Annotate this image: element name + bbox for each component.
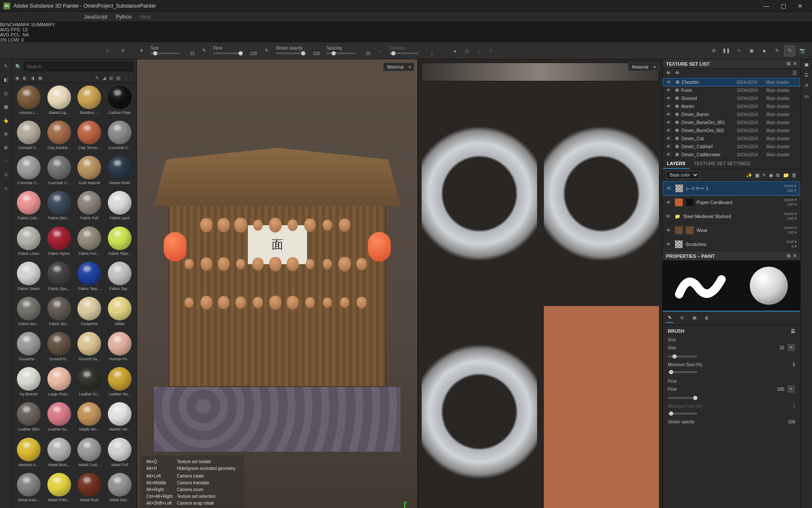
viewport-2d-channel-dropdown[interactable]: Material <box>628 63 659 71</box>
pressure-size-icon[interactable]: ✎ <box>199 46 209 56</box>
props-close-icon[interactable]: ✕ <box>793 253 797 259</box>
material-thumb[interactable]: Metal Coat... <box>75 438 104 471</box>
material-thumb[interactable]: Fabric Seam <box>14 262 43 295</box>
add-fill-icon[interactable]: ◉ <box>769 172 773 178</box>
texture-set-icon[interactable]: ▣ <box>804 62 809 67</box>
texture-set-row[interactable]: 👁Omen_Cat1024x1024Main shader <box>663 135 800 143</box>
material-thumb[interactable]: Fabric Linen <box>14 226 43 260</box>
history-icon[interactable]: ↺ <box>804 83 808 88</box>
material-thumb[interactable]: Cerused C... <box>14 121 43 154</box>
material-thumb[interactable]: Fabric Den... <box>45 191 74 224</box>
material-thumb[interactable]: Concrete A... <box>105 121 134 154</box>
material-thumb[interactable]: Leather Su... <box>45 402 74 436</box>
material-thumb[interactable]: Baked Lig... <box>45 86 74 119</box>
material-thumb[interactable]: Fabric Cott... <box>14 191 43 224</box>
symmetry-settings-icon[interactable]: ⊞ <box>486 46 496 56</box>
eye-icon[interactable]: 👁 <box>666 200 672 205</box>
search-input[interactable] <box>24 62 133 71</box>
material-thumb[interactable]: Clay Earthe... <box>45 121 74 154</box>
eye-icon[interactable]: 👁 <box>666 128 673 133</box>
eye-icon[interactable]: 👁 <box>666 136 673 141</box>
texture-set-row[interactable]: 👁Chochin1024x1024Main shader <box>663 78 800 86</box>
texset-visible-all-icon[interactable]: 👁 <box>666 70 671 76</box>
texture-set-row[interactable]: 👁Ground1024x1024Main shader <box>663 94 800 102</box>
flow-pressure-lock-icon[interactable]: ✎ <box>787 385 795 393</box>
layer-row[interactable]: 👁レイヤー 1Norm ▾100 ▾ <box>663 181 800 196</box>
filter-texture-icon[interactable]: ▦ <box>38 75 42 81</box>
filter-env-icon[interactable]: ▤ <box>116 75 121 81</box>
layer-row[interactable]: 👁Paper CardboardNorm ▾100 ▾ <box>663 196 800 210</box>
texture-set-row[interactable]: 👁Furin1024x1024Main shader <box>663 86 800 94</box>
material-thumb[interactable]: Metal Rust <box>75 473 104 506</box>
delete-layer-icon[interactable]: 🗑 <box>792 172 797 178</box>
render-icon[interactable]: ◉ <box>2 184 10 192</box>
viewport-mode-icon[interactable]: ⊹ <box>733 45 744 56</box>
material-picker-icon[interactable]: ⊞ <box>2 143 10 152</box>
brush-display-icon[interactable]: ✎ <box>784 45 795 56</box>
material-thumb[interactable]: Fabric Lace <box>105 191 134 224</box>
material-thumb[interactable]: Ivy Branch <box>14 367 43 400</box>
material-thumb[interactable]: Human Fe... <box>105 332 134 365</box>
material-thumb[interactable]: Leather Re... <box>105 367 134 400</box>
material-thumb[interactable]: Leather Gr... <box>75 367 104 400</box>
close-button[interactable]: ✕ <box>792 0 809 12</box>
material-thumb[interactable]: Cork Natural <box>75 156 104 189</box>
material-thumb[interactable]: Glitter <box>105 297 134 330</box>
lazy-mouse-icon[interactable]: ⟋ <box>375 46 385 56</box>
filter-alpha-icon[interactable]: ◢ <box>102 75 106 81</box>
prop-minflow-slider[interactable] <box>668 413 697 414</box>
eye-icon[interactable]: 👁 <box>666 88 673 93</box>
clone-tool-icon[interactable]: ⧉ <box>2 130 10 138</box>
material-thumb[interactable]: Leather Skin <box>14 402 43 436</box>
material-thumb[interactable]: Fabric Spa... <box>45 262 74 295</box>
layer-row[interactable]: 👁📁Steel Medieval StylizedNorm ▾100 ▾ <box>663 210 800 224</box>
prop-tab-stencil-icon[interactable]: ▣ <box>691 313 698 323</box>
symmetry-radial-icon[interactable]: ◬ <box>474 46 484 56</box>
tab-texture-set-settings[interactable]: TEXTURE SET SETTINGS <box>690 159 755 169</box>
material-thumb[interactable]: Gouache ... <box>14 332 43 365</box>
filter-smart-icon[interactable]: ◑ <box>30 75 35 81</box>
eye-icon[interactable]: 👁 <box>666 96 673 101</box>
symmetry-icon[interactable]: ▴ <box>450 46 460 56</box>
filter-all-icon[interactable]: ◉ <box>15 75 19 81</box>
filter-brush-icon[interactable]: ✎ <box>95 75 99 81</box>
material-thumb[interactable]: Marble Vei... <box>105 402 134 436</box>
minimize-button[interactable]: — <box>758 0 775 12</box>
material-thumb[interactable]: Fabric Wo... <box>45 297 74 330</box>
paint-tool-icon[interactable]: ✎ <box>2 62 10 70</box>
texset-solo-icon[interactable]: 👁 <box>675 70 680 76</box>
eye-icon[interactable]: 👁 <box>666 112 673 117</box>
channel-dropdown[interactable]: Base color <box>666 171 699 179</box>
material-thumb[interactable]: Concrete C... <box>45 156 74 189</box>
material-thumb[interactable]: Carbon Fiber <box>105 86 134 119</box>
prop-tab-brush-icon[interactable]: ✎ <box>666 313 673 323</box>
size-pressure-lock-icon[interactable]: ✎ <box>787 344 795 351</box>
menu-help[interactable]: Help <box>136 12 155 22</box>
material-thumb[interactable]: Fabric Tarp... <box>75 262 104 295</box>
viewport-2d[interactable]: Material <box>418 59 662 508</box>
opacity-slider[interactable] <box>276 52 305 54</box>
flow-slider[interactable] <box>213 52 243 54</box>
filter-grid-icon[interactable]: ⊞ <box>109 75 113 81</box>
screenshot-icon[interactable]: 📷 <box>797 45 808 56</box>
projection-tool-icon[interactable]: ⊡ <box>2 89 10 97</box>
prop-tab-material-icon[interactable]: ◐ <box>703 313 711 323</box>
material-thumb[interactable]: Maple Wo... <box>75 402 104 436</box>
baking-icon[interactable]: ▣ <box>2 170 10 179</box>
eye-icon[interactable]: 👁 <box>666 228 672 233</box>
material-thumb[interactable]: Fabric Wo... <box>14 297 43 330</box>
rotation-icon[interactable]: ↻ <box>771 45 782 56</box>
layer-row[interactable]: 👁WearNorm ▾100 ▾ <box>663 224 800 237</box>
material-thumb[interactable]: Denim Rivet <box>105 156 134 189</box>
polyfill-tool-icon[interactable]: ▦ <box>2 102 10 111</box>
perspective-icon[interactable]: ▣ <box>746 45 757 56</box>
material-thumb[interactable]: Autumn L... <box>14 86 43 119</box>
texture-set-row[interactable]: 👁Omen_BornOni_0021024x1024Main shader <box>663 127 800 135</box>
texture-set-row[interactable]: 👁Omen_CatMonster1024x1024Main shader <box>663 151 800 159</box>
symmetry-plane-icon[interactable]: △ <box>462 46 472 56</box>
material-thumb[interactable]: Metal Polis... <box>45 473 74 506</box>
brush-menu-icon[interactable]: ☰ <box>791 329 795 334</box>
material-thumb[interactable]: Metal Galv... <box>14 473 43 506</box>
viewport-3d[interactable]: Material 面 Alt+QTexture set isolateAlt+H… <box>137 59 418 508</box>
texture-set-row[interactable]: 👁Omen_BoneOni_0011024x1024Main shader <box>663 119 800 127</box>
